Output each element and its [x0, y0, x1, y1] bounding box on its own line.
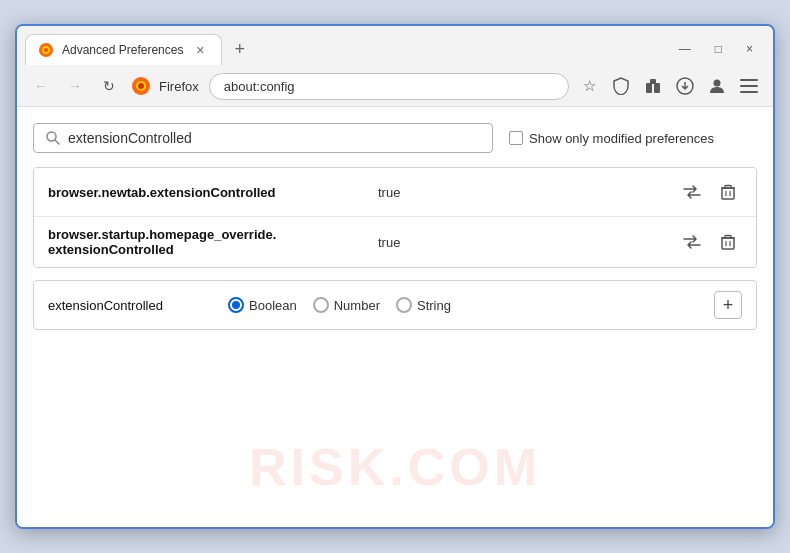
pref-actions-2 [678, 228, 742, 256]
string-radio-circle [396, 297, 412, 313]
pref-name-line1: browser.startup.homepage_override. [48, 227, 368, 242]
pref-name-line2: extensionControlled [48, 242, 368, 257]
svg-rect-11 [740, 79, 758, 81]
tab-close-button[interactable]: × [191, 41, 209, 59]
minimize-button[interactable]: — [671, 40, 699, 58]
delete-button-2[interactable] [714, 228, 742, 256]
search-input-value: extensionControlled [68, 130, 192, 146]
show-modified-checkbox[interactable] [509, 131, 523, 145]
pref-actions-1 [678, 178, 742, 206]
shield-icon[interactable] [607, 72, 635, 100]
type-radio-group: Boolean Number String [228, 297, 694, 313]
search-icon [46, 131, 60, 145]
svg-rect-7 [654, 83, 660, 93]
pref-value-1: true [378, 185, 668, 200]
content-area: extensionControlled Show only modified p… [17, 107, 773, 527]
toggle-button-1[interactable] [678, 178, 706, 206]
svg-point-5 [138, 83, 144, 89]
svg-rect-8 [650, 79, 656, 84]
preferences-table: browser.newtab.extensionControlled true [33, 167, 757, 268]
svg-rect-12 [740, 85, 758, 87]
number-radio-circle [313, 297, 329, 313]
forward-button[interactable]: → [61, 72, 89, 100]
bookmark-icon[interactable]: ☆ [575, 72, 603, 100]
number-label: Number [334, 298, 380, 313]
svg-rect-6 [646, 83, 652, 93]
pref-name-1: browser.newtab.extensionControlled [48, 185, 368, 200]
navigation-bar: ← → ↻ Firefox about:config ☆ [17, 66, 773, 107]
table-row: browser.newtab.extensionControlled true [34, 168, 756, 217]
new-pref-name: extensionControlled [48, 298, 208, 313]
download-icon[interactable] [671, 72, 699, 100]
profile-icon[interactable] [703, 72, 731, 100]
radio-boolean[interactable]: Boolean [228, 297, 297, 313]
window-controls: — □ × [671, 40, 765, 58]
svg-rect-13 [740, 91, 758, 93]
show-modified-row: Show only modified preferences [509, 131, 714, 146]
radio-number[interactable]: Number [313, 297, 380, 313]
tab-title: Advanced Preferences [62, 43, 183, 57]
watermark: RISK.COM [249, 437, 541, 497]
svg-rect-16 [722, 188, 734, 199]
svg-line-15 [55, 140, 59, 144]
add-preference-button[interactable]: + [714, 291, 742, 319]
back-button[interactable]: ← [27, 72, 55, 100]
table-row: browser.startup.homepage_override. exten… [34, 217, 756, 267]
toggle-button-2[interactable] [678, 228, 706, 256]
url-bar[interactable]: about:config [209, 73, 569, 100]
svg-point-2 [44, 48, 48, 52]
extension-icon[interactable] [639, 72, 667, 100]
svg-point-10 [714, 80, 721, 87]
search-row: extensionControlled Show only modified p… [33, 123, 757, 153]
boolean-radio-circle [228, 297, 244, 313]
tab-favicon-icon [38, 42, 54, 58]
firefox-label: Firefox [159, 79, 199, 94]
search-box[interactable]: extensionControlled [33, 123, 493, 153]
pref-name-2: browser.startup.homepage_override. exten… [48, 227, 368, 257]
svg-rect-20 [722, 238, 734, 249]
refresh-button[interactable]: ↻ [95, 72, 123, 100]
pref-value-2: true [378, 235, 668, 250]
restore-button[interactable]: □ [707, 40, 730, 58]
menu-icon[interactable] [735, 72, 763, 100]
firefox-logo-icon [131, 76, 151, 96]
new-tab-button[interactable]: + [226, 35, 253, 64]
radio-string[interactable]: String [396, 297, 451, 313]
show-modified-label: Show only modified preferences [529, 131, 714, 146]
delete-button-1[interactable] [714, 178, 742, 206]
browser-window: Advanced Preferences × + — □ × ← → ↻ Fir… [15, 24, 775, 529]
close-button[interactable]: × [738, 40, 761, 58]
url-text: about:config [224, 79, 295, 94]
title-bar: Advanced Preferences × + — □ × [17, 26, 773, 66]
boolean-label: Boolean [249, 298, 297, 313]
active-tab: Advanced Preferences × [25, 34, 222, 65]
new-preference-row: extensionControlled Boolean Number Strin… [33, 280, 757, 330]
nav-right-icons: ☆ [575, 72, 763, 100]
string-label: String [417, 298, 451, 313]
